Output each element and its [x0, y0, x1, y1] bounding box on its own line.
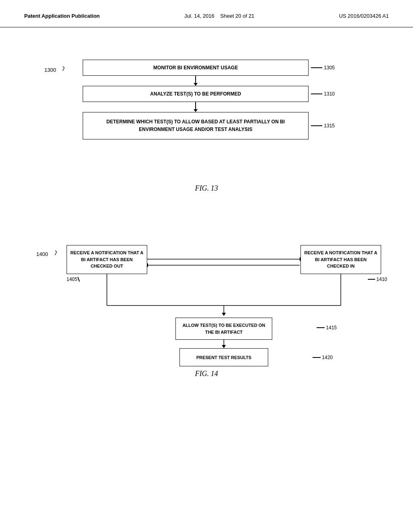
box-1405: RECEIVE A NOTIFICATION THAT A BI ARTIFAC…	[67, 245, 147, 274]
ref-1315: 1315	[311, 123, 335, 129]
fig14-diagram: RECEIVE A NOTIFICATION THAT A BI ARTIFAC…	[58, 229, 389, 374]
ref-1300-arrow: ╮	[61, 63, 68, 72]
header-publication-label: Patent Application Publication	[24, 13, 100, 19]
ref-1420: 1420	[313, 355, 333, 360]
fig13-row-1305: MONITOR BI ENVIRONMENT USAGE 1305	[83, 60, 309, 76]
svg-marker-8	[222, 313, 226, 316]
arrow-1305-to-1310	[83, 76, 309, 86]
fig13-container: 1300 ╮ MONITOR BI ENVIRONMENT USAGE 1305	[24, 52, 389, 197]
header-patent-number: US 2016/0203426 A1	[339, 13, 389, 19]
fig13-row-1315: DETERMINE WHICH TEST(S) TO ALLOW BASED A…	[83, 112, 309, 139]
fig13-row-1310: ANALYZE TEST(S) TO BE PERFORMED 1310	[83, 86, 309, 102]
ref-1400-label: 1400	[36, 251, 48, 257]
fig14-container: 1400 ╮	[24, 213, 389, 382]
ref-1300-label: 1300	[44, 67, 56, 73]
fig14-section: 1400 ╮	[24, 213, 389, 382]
box-1315: DETERMINE WHICH TEST(S) TO ALLOW BASED A…	[83, 112, 309, 139]
page: Patent Application Publication Jul. 14, …	[0, 0, 413, 532]
main-content: 1300 ╮ MONITOR BI ENVIRONMENT USAGE 1305	[0, 27, 413, 398]
ref-1310: 1310	[311, 91, 335, 97]
fig13-caption: FIG. 13	[24, 184, 389, 193]
header-date: Jul. 14, 2016 Sheet 20 of 21	[184, 13, 254, 19]
header-date-text: Jul. 14, 2016	[184, 13, 214, 19]
box-1305: MONITOR BI ENVIRONMENT USAGE	[83, 60, 309, 76]
fig13-section: 1300 ╮ MONITOR BI ENVIRONMENT USAGE 1305	[24, 52, 389, 197]
fig14-caption: FIG. 14	[24, 370, 389, 378]
header-sheet: Sheet 20 of 21	[220, 13, 254, 19]
ref-1305: 1305	[311, 65, 335, 71]
box-1415: ALLOW TEST(S) TO BE EXECUTED ON THE BI A…	[175, 318, 272, 340]
fig13-flowchart: MONITOR BI ENVIRONMENT USAGE 1305	[83, 60, 309, 139]
ref-1410: 1410	[368, 276, 387, 282]
arrow-1310-to-1315	[83, 102, 309, 112]
box-1410: RECEIVE A NOTIFICATION THAT A BI ARTIFAC…	[300, 245, 381, 274]
box-1420: PRESENT TEST RESULTS	[179, 348, 268, 366]
ref-1415: 1415	[317, 325, 337, 330]
box-1310: ANALYZE TEST(S) TO BE PERFORMED	[83, 86, 309, 102]
page-header: Patent Application Publication Jul. 14, …	[0, 0, 413, 27]
svg-marker-10	[222, 345, 226, 348]
ref-1405: 1405	[67, 276, 79, 282]
